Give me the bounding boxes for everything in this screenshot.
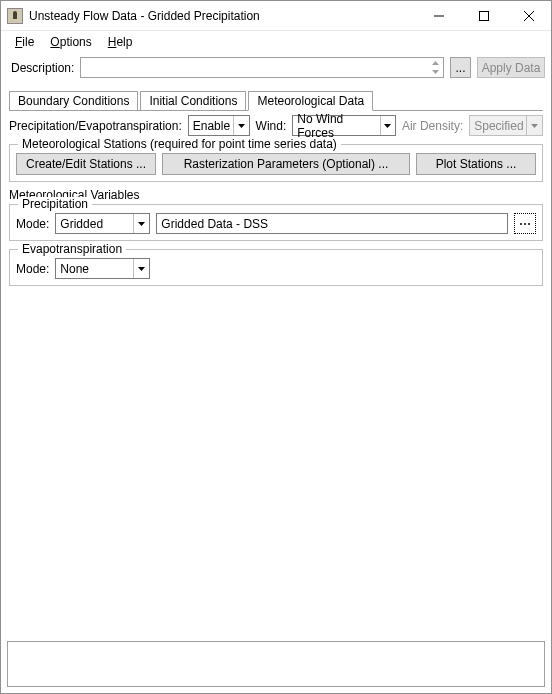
precip-evap-select[interactable]: Enable	[188, 115, 250, 136]
svg-rect-0	[434, 15, 444, 16]
spinner-up-icon[interactable]	[428, 58, 443, 68]
svg-point-3	[524, 223, 526, 225]
minimize-button[interactable]	[416, 1, 461, 30]
titlebar: Unsteady Flow Data - Gridded Precipitati…	[1, 1, 551, 31]
browse-icon	[519, 220, 531, 228]
chevron-down-icon	[233, 116, 249, 135]
menubar: File Options Help	[1, 31, 551, 53]
description-more-button[interactable]: ...	[450, 57, 471, 78]
tab-meteorological-data[interactable]: Meteorological Data	[248, 91, 373, 111]
description-row: Description: ... Apply Data	[1, 53, 551, 82]
precip-mode-label: Mode:	[16, 217, 49, 231]
maximize-button[interactable]	[461, 1, 506, 30]
precip-data-input[interactable]: Gridded Data - DSS	[156, 213, 508, 234]
description-label: Description:	[11, 61, 74, 75]
wind-select[interactable]: No Wind Forces	[292, 115, 396, 136]
precipitation-legend: Precipitation	[18, 197, 92, 211]
menu-file[interactable]: File	[9, 33, 40, 51]
description-input[interactable]	[80, 57, 444, 78]
plot-stations-button[interactable]: Plot Stations ...	[416, 153, 536, 175]
svg-point-2	[520, 223, 522, 225]
apply-data-button[interactable]: Apply Data	[477, 57, 545, 78]
evapotranspiration-fieldset: Evapotranspiration Mode: None	[9, 249, 543, 286]
chevron-down-icon	[380, 116, 395, 135]
app-icon	[7, 8, 23, 24]
status-box	[7, 641, 545, 687]
stations-fieldset: Meteorological Stations (required for po…	[9, 144, 543, 182]
wind-label: Wind:	[256, 119, 287, 133]
precip-mode-select[interactable]: Gridded	[55, 213, 150, 234]
svg-rect-1	[479, 11, 488, 20]
close-button[interactable]	[506, 1, 551, 30]
tabs: Boundary Conditions Initial Conditions M…	[1, 82, 551, 110]
description-spinner[interactable]	[428, 58, 443, 77]
precip-browse-button[interactable]	[514, 213, 536, 234]
evap-mode-label: Mode:	[16, 262, 49, 276]
content-spacer	[1, 290, 551, 641]
air-density-select: Specified	[469, 115, 543, 136]
svg-point-4	[528, 223, 530, 225]
menu-options[interactable]: Options	[44, 33, 97, 51]
chevron-down-icon	[133, 259, 149, 278]
stations-legend: Meteorological Stations (required for po…	[18, 137, 341, 151]
rasterization-params-button[interactable]: Rasterization Parameters (Optional) ...	[162, 153, 410, 175]
air-density-label: Air Density:	[402, 119, 463, 133]
create-edit-stations-button[interactable]: Create/Edit Stations ...	[16, 153, 156, 175]
chevron-down-icon	[526, 116, 542, 135]
chevron-down-icon	[133, 214, 149, 233]
evap-mode-select[interactable]: None	[55, 258, 150, 279]
window-controls	[416, 1, 551, 30]
config-row: Precipitation/Evapotranspiration: Enable…	[1, 111, 551, 140]
tab-boundary-conditions[interactable]: Boundary Conditions	[9, 91, 138, 111]
tab-initial-conditions[interactable]: Initial Conditions	[140, 91, 246, 111]
window-title: Unsteady Flow Data - Gridded Precipitati…	[29, 9, 416, 23]
precipitation-fieldset: Precipitation Mode: Gridded Gridded Data…	[9, 204, 543, 241]
spinner-down-icon[interactable]	[428, 68, 443, 78]
evap-legend: Evapotranspiration	[18, 242, 126, 256]
precip-evap-label: Precipitation/Evapotranspiration:	[9, 119, 182, 133]
app-window: Unsteady Flow Data - Gridded Precipitati…	[0, 0, 552, 694]
menu-help[interactable]: Help	[102, 33, 139, 51]
